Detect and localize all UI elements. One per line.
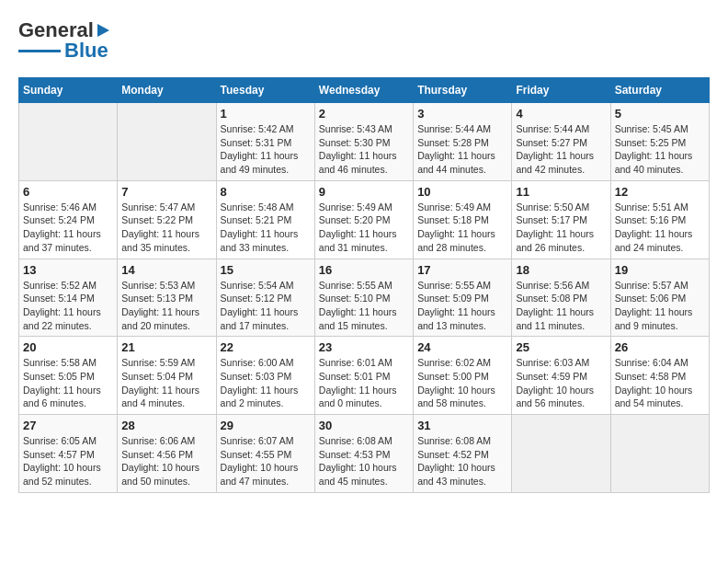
day-number: 23 <box>319 340 409 354</box>
calendar-cell: 26Sunrise: 6:04 AMSunset: 4:58 PMDayligh… <box>610 337 709 415</box>
calendar-cell: 22Sunrise: 6:00 AMSunset: 5:03 PMDayligh… <box>216 337 314 415</box>
calendar-cell: 2Sunrise: 5:43 AMSunset: 5:30 PMDaylight… <box>314 103 413 181</box>
day-number: 28 <box>121 419 211 432</box>
day-number: 9 <box>319 185 409 199</box>
day-detail: Sunrise: 6:07 AMSunset: 4:55 PMDaylight:… <box>221 434 311 488</box>
calendar-cell: 30Sunrise: 6:08 AMSunset: 4:53 PMDayligh… <box>314 415 413 493</box>
day-number: 3 <box>417 107 507 121</box>
calendar-cell: 16Sunrise: 5:55 AMSunset: 5:10 PMDayligh… <box>314 259 413 337</box>
day-detail: Sunrise: 6:05 AMSunset: 4:57 PMDaylight:… <box>23 434 113 488</box>
calendar-cell: 1Sunrise: 5:42 AMSunset: 5:31 PMDaylight… <box>216 103 314 181</box>
day-number: 31 <box>417 419 507 432</box>
day-detail: Sunrise: 5:53 AMSunset: 5:13 PMDaylight:… <box>121 279 211 333</box>
day-detail: Sunrise: 5:59 AMSunset: 5:04 PMDaylight:… <box>121 356 211 410</box>
calendar-cell: 12Sunrise: 5:51 AMSunset: 5:16 PMDayligh… <box>610 180 709 259</box>
calendar-cell: 15Sunrise: 5:54 AMSunset: 5:12 PMDayligh… <box>216 259 314 337</box>
day-number: 27 <box>23 419 113 432</box>
week-row-2: 13Sunrise: 5:52 AMSunset: 5:14 PMDayligh… <box>19 259 710 337</box>
day-detail: Sunrise: 5:44 AMSunset: 5:28 PMDaylight:… <box>417 122 507 177</box>
weekday-header-sunday: Sunday <box>19 78 118 103</box>
calendar-cell: 9Sunrise: 5:49 AMSunset: 5:20 PMDaylight… <box>314 180 413 259</box>
calendar-cell: 6Sunrise: 5:46 AMSunset: 5:24 PMDaylight… <box>19 180 118 259</box>
day-detail: Sunrise: 6:08 AMSunset: 4:53 PMDaylight:… <box>319 434 409 488</box>
day-number: 17 <box>417 263 507 277</box>
day-detail: Sunrise: 5:55 AMSunset: 5:10 PMDaylight:… <box>319 279 409 333</box>
day-detail: Sunrise: 5:43 AMSunset: 5:30 PMDaylight:… <box>319 122 409 177</box>
day-detail: Sunrise: 5:49 AMSunset: 5:20 PMDaylight:… <box>319 201 409 255</box>
day-number: 19 <box>615 263 705 277</box>
day-detail: Sunrise: 6:01 AMSunset: 5:01 PMDaylight:… <box>319 356 409 410</box>
logo-blue: Blue <box>64 39 108 63</box>
calendar-cell: 20Sunrise: 5:58 AMSunset: 5:05 PMDayligh… <box>19 337 118 415</box>
weekday-header-saturday: Saturday <box>610 78 709 103</box>
day-number: 1 <box>221 107 311 121</box>
day-detail: Sunrise: 6:03 AMSunset: 4:59 PMDaylight:… <box>516 356 606 410</box>
day-number: 26 <box>615 340 705 354</box>
day-number: 22 <box>221 340 311 354</box>
week-row-0: 1Sunrise: 5:42 AMSunset: 5:31 PMDaylight… <box>19 103 710 181</box>
day-number: 20 <box>23 340 113 354</box>
calendar-cell: 4Sunrise: 5:44 AMSunset: 5:27 PMDaylight… <box>512 103 610 181</box>
day-number: 8 <box>221 185 311 199</box>
day-detail: Sunrise: 6:04 AMSunset: 4:58 PMDaylight:… <box>615 356 705 410</box>
calendar-cell <box>512 415 610 493</box>
calendar-cell: 10Sunrise: 5:49 AMSunset: 5:18 PMDayligh… <box>414 180 512 259</box>
day-number: 5 <box>615 107 705 121</box>
day-number: 16 <box>319 263 409 277</box>
weekday-header-tuesday: Tuesday <box>216 78 314 103</box>
day-number: 30 <box>319 419 409 432</box>
day-detail: Sunrise: 5:42 AMSunset: 5:31 PMDaylight:… <box>221 122 311 177</box>
day-detail: Sunrise: 5:51 AMSunset: 5:16 PMDaylight:… <box>615 201 705 255</box>
calendar-cell: 19Sunrise: 5:57 AMSunset: 5:06 PMDayligh… <box>610 259 709 337</box>
weekday-header-wednesday: Wednesday <box>314 78 413 103</box>
day-detail: Sunrise: 6:02 AMSunset: 5:00 PMDaylight:… <box>417 356 507 410</box>
day-detail: Sunrise: 5:44 AMSunset: 5:27 PMDaylight:… <box>516 122 606 177</box>
calendar-cell: 21Sunrise: 5:59 AMSunset: 5:04 PMDayligh… <box>118 337 216 415</box>
calendar-cell: 17Sunrise: 5:55 AMSunset: 5:09 PMDayligh… <box>414 259 512 337</box>
week-row-3: 20Sunrise: 5:58 AMSunset: 5:05 PMDayligh… <box>19 337 710 415</box>
header: General Blue <box>18 18 710 63</box>
calendar-table: SundayMondayTuesdayWednesdayThursdayFrid… <box>18 77 710 493</box>
day-number: 11 <box>516 185 606 199</box>
weekday-header-monday: Monday <box>118 78 216 103</box>
calendar-cell: 5Sunrise: 5:45 AMSunset: 5:25 PMDaylight… <box>610 103 709 181</box>
day-number: 15 <box>221 263 311 277</box>
calendar-cell: 25Sunrise: 6:03 AMSunset: 4:59 PMDayligh… <box>512 337 610 415</box>
header-row: SundayMondayTuesdayWednesdayThursdayFrid… <box>19 78 710 103</box>
day-number: 25 <box>516 340 606 354</box>
day-detail: Sunrise: 5:50 AMSunset: 5:17 PMDaylight:… <box>516 201 606 255</box>
day-detail: Sunrise: 5:46 AMSunset: 5:24 PMDaylight:… <box>23 201 113 255</box>
calendar-cell: 11Sunrise: 5:50 AMSunset: 5:17 PMDayligh… <box>512 180 610 259</box>
day-detail: Sunrise: 5:56 AMSunset: 5:08 PMDaylight:… <box>516 279 606 333</box>
day-detail: Sunrise: 5:52 AMSunset: 5:14 PMDaylight:… <box>23 279 113 333</box>
day-detail: Sunrise: 6:00 AMSunset: 5:03 PMDaylight:… <box>221 356 311 410</box>
day-number: 13 <box>23 263 113 277</box>
day-number: 2 <box>319 107 409 121</box>
calendar-cell: 8Sunrise: 5:48 AMSunset: 5:21 PMDaylight… <box>216 180 314 259</box>
logo: General Blue <box>18 18 109 63</box>
calendar-cell <box>19 103 118 181</box>
calendar-cell: 23Sunrise: 6:01 AMSunset: 5:01 PMDayligh… <box>314 337 413 415</box>
day-number: 21 <box>121 340 211 354</box>
week-row-1: 6Sunrise: 5:46 AMSunset: 5:24 PMDaylight… <box>19 180 710 259</box>
calendar-cell: 28Sunrise: 6:06 AMSunset: 4:56 PMDayligh… <box>118 415 216 493</box>
day-number: 10 <box>417 185 507 199</box>
day-detail: Sunrise: 5:54 AMSunset: 5:12 PMDaylight:… <box>221 279 311 333</box>
day-detail: Sunrise: 5:58 AMSunset: 5:05 PMDaylight:… <box>23 356 113 410</box>
calendar-cell: 24Sunrise: 6:02 AMSunset: 5:00 PMDayligh… <box>414 337 512 415</box>
weekday-header-thursday: Thursday <box>414 78 512 103</box>
day-detail: Sunrise: 6:06 AMSunset: 4:56 PMDaylight:… <box>121 434 211 488</box>
day-number: 14 <box>121 263 211 277</box>
day-number: 24 <box>417 340 507 354</box>
day-detail: Sunrise: 5:45 AMSunset: 5:25 PMDaylight:… <box>615 122 705 177</box>
day-number: 12 <box>615 185 705 199</box>
day-number: 29 <box>221 419 311 432</box>
day-number: 18 <box>516 263 606 277</box>
calendar-cell: 31Sunrise: 6:08 AMSunset: 4:52 PMDayligh… <box>414 415 512 493</box>
calendar-cell <box>118 103 216 181</box>
day-number: 6 <box>23 185 113 199</box>
day-detail: Sunrise: 5:48 AMSunset: 5:21 PMDaylight:… <box>221 201 311 255</box>
calendar-cell <box>610 415 709 493</box>
calendar-cell: 7Sunrise: 5:47 AMSunset: 5:22 PMDaylight… <box>118 180 216 259</box>
calendar-cell: 29Sunrise: 6:07 AMSunset: 4:55 PMDayligh… <box>216 415 314 493</box>
